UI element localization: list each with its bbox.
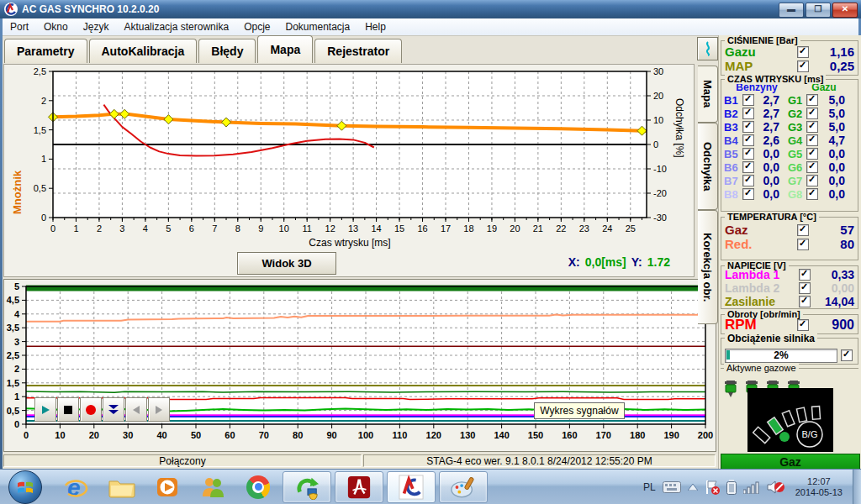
title-bar[interactable]: AC GAS SYNCHRO 10.2.0.20 ▬ ❐ ✕ (0, 0, 861, 18)
action-center-icon[interactable] (705, 480, 720, 495)
windows-flag-icon (16, 478, 34, 496)
menu-jezyk[interactable]: Język (76, 19, 117, 34)
gas-channel-label: G1 (788, 94, 806, 107)
taskbar-item-messenger[interactable] (198, 473, 227, 501)
network-icon[interactable] (743, 480, 760, 494)
gas-channel-checkbox[interactable] (806, 175, 818, 186)
gas-channel-label: G6 (788, 161, 806, 174)
signal-chart[interactable]: 0102030405060708090100110120130140150160… (4, 280, 716, 448)
close-button[interactable]: ✕ (832, 3, 858, 18)
svg-text:24: 24 (602, 223, 612, 234)
menu-help[interactable]: Help (357, 19, 394, 34)
tab-autokalibracja[interactable]: AutoKalibracja (89, 39, 198, 63)
svg-text:21: 21 (533, 223, 543, 234)
svg-text:6: 6 (189, 223, 194, 234)
tab-parametry[interactable]: Parametry (4, 39, 87, 63)
y-axis-label-right: Odchyłka [%] (673, 98, 685, 216)
gas-channel-checkbox[interactable] (806, 108, 818, 119)
minimize-button[interactable]: ▬ (779, 3, 804, 18)
arrow-left-icon (131, 405, 141, 415)
gas-channel-checkbox[interactable] (806, 94, 818, 106)
taskbar-item-ac-gas-synchro[interactable] (387, 471, 436, 503)
show-desktop-button[interactable] (853, 470, 861, 504)
side-tool-button[interactable] (697, 37, 718, 60)
svg-text:2: 2 (14, 364, 19, 374)
petrol-channel-checkbox[interactable] (742, 161, 754, 173)
side-tab-odchylka[interactable]: Odchyłka (698, 123, 718, 210)
svg-text:20: 20 (510, 223, 520, 234)
taskbar-item-media-player[interactable] (153, 473, 182, 501)
fuel-mode-button[interactable]: Gaz (721, 454, 860, 470)
svg-text:-10: -10 (653, 164, 667, 174)
load-record-button[interactable] (103, 397, 124, 422)
svg-text:5: 5 (166, 223, 171, 234)
svg-text:120: 120 (426, 430, 441, 440)
hidden-icons-button[interactable] (688, 484, 698, 491)
taskbar-item-updater[interactable] (283, 471, 331, 503)
petrol-channel-checkbox[interactable] (742, 134, 754, 146)
taskbar-item-chrome[interactable] (244, 473, 272, 501)
gas-channel-checkbox[interactable] (806, 134, 818, 146)
menu-okno[interactable]: Okno (36, 19, 76, 34)
gas-channel-checkbox[interactable] (806, 148, 818, 160)
play-button[interactable] (34, 397, 56, 422)
map-chart[interactable]: 0123456789101112131415161718192021222324… (4, 65, 694, 239)
keyboard-icon[interactable] (663, 481, 681, 493)
temp-reducer-checkbox[interactable] (797, 239, 809, 250)
double-down-icon (108, 404, 119, 415)
svg-text:80: 80 (293, 430, 303, 440)
language-indicator[interactable]: PL (643, 481, 656, 493)
menu-aktualizacja[interactable]: Aktualizacja sterownika (116, 19, 236, 34)
taskbar-item-paint[interactable] (439, 471, 488, 503)
side-tab-mapa[interactable]: Mapa (698, 66, 718, 123)
cursor-x-label: X: (568, 255, 580, 269)
svg-text:30: 30 (653, 66, 663, 76)
stop-button[interactable] (57, 397, 79, 422)
pressure-gas-checkbox[interactable] (797, 46, 809, 58)
petrol-channel-checkbox[interactable] (742, 108, 754, 119)
petrol-channel-checkbox[interactable] (742, 175, 754, 186)
gas-channel-checkbox[interactable] (806, 188, 818, 200)
supply-label: Zasilanie (725, 295, 799, 308)
engine-load-group: Obciążenie silnika 2% (721, 338, 858, 365)
gas-channel-checkbox[interactable] (806, 121, 818, 133)
taskbar-item-explorer[interactable] (108, 473, 136, 501)
restore-button[interactable]: ❐ (806, 3, 831, 18)
view-3d-button[interactable]: Widok 3D (237, 252, 336, 275)
temp-gas-checkbox[interactable] (797, 224, 809, 236)
gas-channel-checkbox[interactable] (806, 161, 818, 173)
step-forward-button[interactable] (148, 397, 170, 422)
petrol-channel-checkbox[interactable] (742, 188, 754, 200)
svg-text:3: 3 (14, 337, 19, 347)
menu-dokumentacja[interactable]: Dokumentacja (277, 19, 357, 34)
injector-icon (724, 381, 737, 398)
rpm-checkbox[interactable] (797, 319, 809, 331)
menu-opcje[interactable]: Opcje (236, 19, 277, 34)
record-button[interactable] (80, 397, 102, 422)
main-tab-bar: Parametry AutoKalibracja Błędy Mapa Reje… (3, 35, 695, 63)
petrol-channel-checkbox[interactable] (742, 94, 754, 106)
supply-checkbox[interactable] (799, 296, 811, 307)
tab-bledy[interactable]: Błędy (198, 39, 256, 63)
lambda1-checkbox[interactable] (799, 269, 811, 281)
taskbar-item-adobe-reader[interactable] (335, 471, 383, 503)
tab-rejestrator[interactable]: Rejestrator (314, 39, 402, 63)
menu-port[interactable]: Port (3, 19, 36, 34)
lambda2-checkbox[interactable] (799, 282, 811, 294)
pressure-map-checkbox[interactable] (797, 60, 809, 72)
taskbar-item-ie[interactable]: e (62, 473, 91, 501)
voltage-title: NAPIĘCIE [V] (725, 260, 789, 270)
engine-load-checkbox[interactable] (841, 349, 853, 361)
petrol-channel-checkbox[interactable] (742, 121, 754, 133)
petrol-injection-time: 0,0 (754, 160, 779, 174)
battery-icon[interactable] (726, 480, 737, 495)
step-back-button[interactable] (125, 397, 147, 422)
volume-muted-icon[interactable] (767, 480, 785, 495)
clock[interactable]: 12:07 2014-05-13 (795, 476, 843, 498)
tab-mapa[interactable]: Mapa (257, 35, 313, 63)
petrol-channel-checkbox[interactable] (742, 148, 754, 160)
side-tab-korekcja[interactable]: Korekcja obr. (698, 210, 718, 324)
svg-text:15: 15 (394, 223, 404, 234)
messenger-icon (199, 475, 226, 500)
start-button[interactable] (8, 470, 42, 504)
